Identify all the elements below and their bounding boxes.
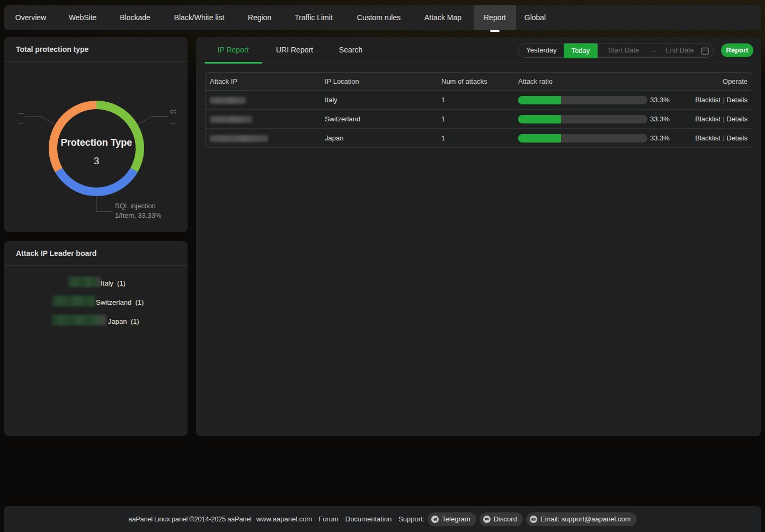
- svg-text:3: 3: [94, 155, 100, 166]
- svg-text:Protection Type: Protection Type: [61, 137, 132, 148]
